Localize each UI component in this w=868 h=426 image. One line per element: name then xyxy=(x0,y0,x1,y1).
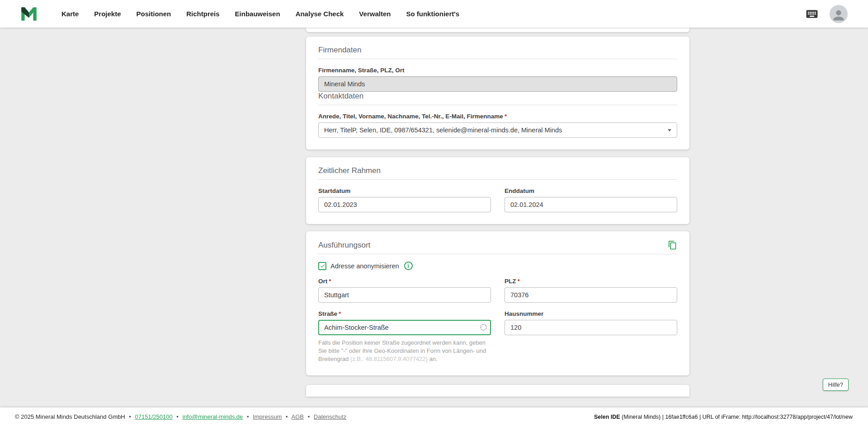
hausnummer-field: Hausnummer xyxy=(505,303,677,364)
contact-select-value: Herr, TitelP, Selen, IDE, 0987/654321, s… xyxy=(324,126,562,134)
nav-item-richtpreis[interactable]: Richtpreis xyxy=(186,10,219,18)
hausnummer-input[interactable] xyxy=(505,320,677,335)
keyboard-icon[interactable] xyxy=(805,7,819,21)
user-avatar[interactable] xyxy=(830,5,848,23)
help-button[interactable]: Hilfe? xyxy=(823,379,849,391)
nav-item-analyse-check[interactable]: Analyse Check xyxy=(296,10,344,18)
nav-item-projekte[interactable]: Projekte xyxy=(94,10,121,18)
zeitraum-card: Zeitlicher Rahmen Startdatum Enddatum xyxy=(306,157,689,224)
check-icon xyxy=(320,263,326,269)
top-navbar: Karte Projekte Positionen Richtpreis Ein… xyxy=(0,0,868,28)
footer-email-link[interactable]: info@mineral-minds.de xyxy=(182,413,243,420)
plz-label-text: PLZ xyxy=(505,278,516,285)
footer-left: © 2025 Mineral Minds Deutschland GmbH • … xyxy=(15,413,346,420)
loading-spinner-icon xyxy=(480,324,487,331)
ort-field: Ort* xyxy=(318,270,491,303)
company-label: Firmenname, Straße, PLZ, Ort xyxy=(318,67,677,74)
plz-input[interactable] xyxy=(505,287,677,303)
main-nav: Karte Projekte Positionen Richtpreis Ein… xyxy=(61,10,459,18)
ide-name: Selen IDE xyxy=(594,414,620,420)
copyright-text: © 2025 Mineral Minds Deutschland GmbH xyxy=(15,413,125,420)
ort-label: Ort* xyxy=(318,278,491,285)
footer-right: Selen IDE (Mineral Minds) | 16fae1ffc6a6… xyxy=(594,414,853,420)
ort-input[interactable] xyxy=(318,287,491,303)
contact-label-text: Anrede, Titel, Vorname, Nachname, Tel.-N… xyxy=(318,113,503,120)
separator-dot: • xyxy=(286,413,288,420)
separator-dot: • xyxy=(176,413,179,420)
enddatum-field: Enddatum xyxy=(505,180,677,212)
ide-info: (Mineral Minds) | 16fae1ffc6a6 | URL of … xyxy=(620,414,853,420)
hausnummer-label: Hausnummer xyxy=(505,310,677,317)
company-input xyxy=(318,76,677,92)
enddatum-label: Enddatum xyxy=(505,187,677,194)
plz-label: PLZ* xyxy=(505,278,677,285)
anonymize-row: Adresse anonymisieren i xyxy=(318,262,677,270)
required-asterisk: * xyxy=(329,278,331,285)
strasse-hint: Falls die Position keiner Straße zugeord… xyxy=(318,339,491,364)
startdatum-field: Startdatum xyxy=(318,180,491,212)
nav-item-positionen[interactable]: Positionen xyxy=(137,10,171,18)
footer-impressum-link[interactable]: Impressum xyxy=(253,413,282,420)
section-title-zeitraum: Zeitlicher Rahmen xyxy=(318,166,677,175)
startdatum-label: Startdatum xyxy=(318,187,491,194)
next-card-partial xyxy=(306,385,689,397)
divider xyxy=(318,254,677,254)
startdatum-input[interactable] xyxy=(318,197,491,212)
section-title-ausfuehrungsort: Ausführungsort xyxy=(318,241,370,250)
footer-agb-link[interactable]: AGB xyxy=(292,413,304,420)
footer-datenschutz-link[interactable]: Datenschutz xyxy=(314,413,346,420)
anonymize-label: Adresse anonymisieren xyxy=(330,262,399,270)
footer-phone-link[interactable]: 07151/250100 xyxy=(135,413,173,420)
ort-label-text: Ort xyxy=(318,278,327,285)
topbar-right xyxy=(805,5,848,23)
previous-card-partial xyxy=(306,28,689,32)
plz-field: PLZ* xyxy=(505,270,677,303)
info-icon[interactable]: i xyxy=(404,262,413,270)
strasse-label: Straße* xyxy=(318,310,491,317)
firmendaten-card: Firmendaten Firmenname, Straße, PLZ, Ort… xyxy=(306,37,689,150)
chevron-down-icon xyxy=(668,129,671,131)
divider xyxy=(318,105,677,105)
divider xyxy=(318,59,677,59)
person-icon xyxy=(831,8,846,23)
copy-icon[interactable] xyxy=(668,240,677,250)
strasse-label-text: Straße xyxy=(318,310,337,317)
enddatum-input[interactable] xyxy=(505,197,677,212)
required-asterisk: * xyxy=(518,278,520,285)
nav-item-karte[interactable]: Karte xyxy=(61,10,79,18)
footer: © 2025 Mineral Minds Deutschland GmbH • … xyxy=(0,407,868,426)
required-asterisk: * xyxy=(339,310,341,317)
app-logo[interactable] xyxy=(19,5,39,23)
contact-select[interactable]: Herr, TitelP, Selen, IDE, 0987/654321, s… xyxy=(318,122,677,138)
anonymize-checkbox[interactable] xyxy=(318,262,326,270)
strasse-field: Straße* Falls die Position keiner Straße… xyxy=(318,303,491,364)
nav-item-verwalten[interactable]: Verwalten xyxy=(359,10,391,18)
hint-suffix: an. xyxy=(428,356,438,362)
separator-dot: • xyxy=(308,413,310,420)
strasse-input[interactable] xyxy=(318,320,491,335)
separator-dot: • xyxy=(247,413,249,420)
nav-item-so-funktionierts[interactable]: So funktioniert's xyxy=(406,10,459,18)
hint-coordinates-example: (z.B.: 48.8115607,9.4077422) xyxy=(350,356,428,362)
nav-item-einbauweisen[interactable]: Einbauweisen xyxy=(235,10,280,18)
ausfuehrungsort-card: Ausführungsort Adresse anonymisieren i O… xyxy=(306,231,689,375)
separator-dot: • xyxy=(129,413,131,420)
section-title-firmendaten: Firmendaten xyxy=(318,46,677,55)
section-title-kontaktdaten: Kontaktdaten xyxy=(318,92,677,101)
contact-label: Anrede, Titel, Vorname, Nachname, Tel.-N… xyxy=(318,113,677,120)
required-asterisk: * xyxy=(505,113,507,120)
mineral-minds-logo-icon xyxy=(19,5,39,23)
project-form: Firmendaten Firmenname, Straße, PLZ, Ort… xyxy=(306,0,689,397)
